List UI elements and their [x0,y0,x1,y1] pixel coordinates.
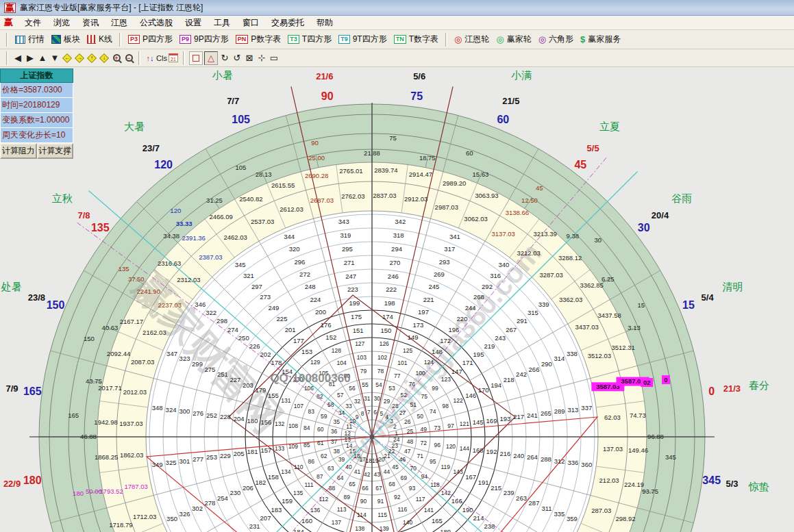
spiral-number: 291 [517,317,528,325]
calc-support-button[interactable]: 计算支撑 [37,143,74,159]
spiral-number: 181 [247,448,258,455]
spiral-number: 193 [499,415,510,422]
nav-left-icon[interactable]: ◀ [12,52,24,64]
spiral-number: 251 [217,370,228,378]
spiral-number: 183 [271,506,282,514]
spiral-number: 68 [388,481,395,487]
spiral-number: 42 [364,471,371,478]
shift-left-icon[interactable]: ← [61,52,73,64]
toolbar-button-赢家服务[interactable]: $赢家服务 [577,32,624,47]
toolbar-button-9T四方形[interactable]: T99T四方形 [335,32,390,47]
spiral-number: 250 [238,334,249,342]
menu-帮助[interactable]: 帮助 [310,16,339,30]
spiral-number: 73 [434,425,441,431]
price-inner-value: 2612.03 [280,205,303,213]
angle-label: 0 [708,385,715,397]
toolbar-button-T四方形[interactable]: T3T四方形 [284,32,335,47]
shift-right-icon[interactable]: → [73,52,86,64]
menu-窗口[interactable]: 窗口 [236,16,265,30]
panel-field-1: 时间=20180129 [0,98,73,113]
angle-label: 45 [574,159,586,170]
toolbar-label: 9T四方形 [353,34,387,45]
spiral-number: 65 [349,481,356,487]
shift-down-icon[interactable]: ↓ [98,52,110,64]
zoom-in-icon[interactable]: + [110,52,123,64]
menu-资讯[interactable]: 资讯 [76,16,105,30]
toolbar-button-P四方形[interactable]: P3P四方形 [125,32,176,47]
solar-term-label: 清明 [723,281,743,292]
spiral-number: 67 [375,485,382,492]
menu-江恩[interactable]: 江恩 [105,16,134,30]
spiral-number: 48 [407,438,414,445]
screen-icon[interactable]: ▭ [268,52,280,64]
price-outer-value: 1718.79 [109,521,132,529]
toolbar-button-六角形[interactable]: ◎六角形 [535,32,577,47]
gann-wheel[interactable]: 赢家财富网www.yingjia360.com12345678910111213… [0,67,794,532]
spiral-number: 147 [451,368,462,375]
nav-right-icon[interactable]: ▶ [24,52,36,64]
spiral-number: 140 [403,519,412,526]
toolbar-button-K线[interactable]: K线 [84,32,116,47]
rotate-cw-icon[interactable]: ↻ [219,52,231,64]
toolbar-button-江恩轮[interactable]: ◎江恩轮 [451,32,493,47]
triangle-tool-icon[interactable]: △ [204,51,218,65]
spiral-number: 176 [321,321,332,329]
menu-工具[interactable]: 工具 [208,16,236,30]
calc-resistance-button[interactable]: 计算阻力 [0,143,37,159]
spiral-number: 180 [247,417,258,425]
menu-文件[interactable]: 文件 [18,16,47,30]
chart-canvas[interactable]: 赢家财富网www.yingjia360.com12345678910111213… [0,67,794,532]
spiral-number: 167 [465,473,476,481]
nav-down-icon[interactable]: ▼ [49,52,61,64]
toolbar-label: P数字表 [251,34,281,45]
sort-arrows-icon[interactable]: ↑↓ [144,52,156,64]
percent-third-value: 33.33 [176,220,193,227]
price-inner-value: 2162.03 [142,329,166,336]
delete-box-icon[interactable]: ⊠ [243,52,256,64]
spiral-number: 300 [179,407,190,415]
toolbar-button-P数字表[interactable]: PNP数字表 [232,32,285,47]
square-tool-icon[interactable] [189,51,203,65]
toolbar-button-板块[interactable]: 板块 [48,32,84,47]
spiral-number: 51 [410,401,417,408]
toolbar-button-赢家轮[interactable]: ◎赢家轮 [493,32,534,47]
price-inner-value: 1862.03 [120,451,143,459]
nav-up-icon[interactable]: ▲ [36,52,49,64]
price-outer-value: 1868.25 [95,453,118,461]
date-label: 7/7 [227,96,239,106]
spiral-number: 124 [424,359,434,366]
spiral-number: 158 [268,473,279,481]
spiral-number: 302 [192,505,203,512]
menu-交易委托[interactable]: 交易委托 [265,16,310,30]
spiral-number: 275 [205,366,216,373]
spiral-number: 27 [399,409,406,416]
toolbar-button-行情[interactable]: 行情 [12,32,48,47]
spiral-number: 191 [478,479,489,486]
spiral-number: 219 [484,342,495,350]
zoom-out-icon[interactable]: − [123,52,135,64]
pn-badge-icon: PN [236,35,249,44]
spiral-number: 359 [567,515,578,522]
spiral-number: 60 [317,426,324,433]
toolbar-label: P四方形 [142,34,173,45]
cls-button[interactable]: Cls [156,52,167,64]
menu-设置[interactable]: 设置 [179,16,208,30]
date-label: 5/3 [725,479,738,489]
degree-value: 135 [119,265,129,273]
date-label: 5/5 [587,143,599,153]
center-icon[interactable]: ⊹ [256,52,268,64]
spiral-number: 91 [377,498,384,505]
toolbar-button-T数字表[interactable]: TNT数字表 [390,32,442,47]
spiral-number: 25 [407,428,414,435]
highlight-value: 0 [664,376,667,383]
toolbar-button-9P四方形[interactable]: P99P四方形 [176,32,232,47]
spiral-number: 344 [284,233,295,240]
menu-公式选股[interactable]: 公式选股 [134,16,179,30]
calendar-icon[interactable]: 21 [167,52,179,64]
menu-浏览[interactable]: 浏览 [47,16,76,30]
spiral-number: 122 [454,397,463,404]
shift-up-icon[interactable]: ↑ [86,52,98,64]
spiral-number: 177 [293,337,304,344]
spiral-number: 178 [271,359,282,366]
rotate-ccw-icon[interactable]: ↺ [231,52,243,64]
